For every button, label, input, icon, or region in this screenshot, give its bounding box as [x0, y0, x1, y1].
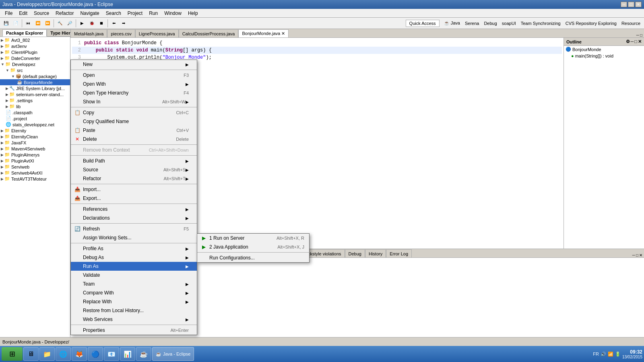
perspective-team[interactable]: Team Synchronizing [519, 19, 563, 28]
perspective-serena[interactable]: Serena [463, 19, 481, 28]
tab-error-log[interactable]: Error Log [386, 249, 412, 257]
menu-project[interactable]: Project [124, 9, 146, 17]
cm-copy-qualified[interactable]: Copy Qualified Name [71, 117, 197, 126]
tab-pieces[interactable]: pieces.csv [107, 29, 135, 37]
cm-show-in[interactable]: Show In Alt+Shift+W ▶ [71, 97, 197, 106]
tray-volume-icon[interactable]: 🔊 [601, 352, 606, 357]
toolbar-btn-4[interactable]: ⏪ [33, 19, 42, 28]
tree-item-avt3env[interactable]: ▶📁avt3env [0, 43, 70, 49]
tree-item-serviweb4[interactable]: ▶📁Serviweb4AvtXI [0, 170, 70, 176]
cm-import[interactable]: 📥 Import... [71, 185, 197, 194]
cm-compare-with[interactable]: Compare With ▶ [71, 288, 197, 297]
toolbar-btn-10[interactable]: ⏹ [97, 19, 106, 28]
menu-window[interactable]: Window [161, 9, 185, 17]
tree-item-src[interactable]: ▼📁src [0, 67, 70, 73]
outline-close-icon[interactable]: ✕ [638, 39, 642, 44]
cm-validate[interactable]: Validate [71, 271, 197, 280]
bottom-panel-maximize[interactable]: □ [636, 253, 638, 257]
editor-minimize-icon[interactable]: ─ [636, 33, 639, 37]
menu-source[interactable]: Source [31, 9, 52, 17]
tab-history[interactable]: History [365, 249, 386, 257]
cm-debug-as[interactable]: Debug As ▶ [71, 253, 197, 262]
editor-maximize-icon[interactable]: □ [640, 33, 642, 37]
toolbar-btn-3[interactable]: ⏮ [24, 19, 33, 28]
toolbar-btn-6[interactable]: 🔨 [56, 19, 64, 28]
cm-build-path[interactable]: Build Path ▶ [71, 156, 197, 165]
tab-bonjour[interactable]: BonjourMonde.java ✕ [238, 29, 289, 37]
tree-item-avt3[interactable]: ▶📁Avt3_802 [0, 37, 70, 43]
cm-new[interactable]: New ▶ [71, 60, 197, 69]
tab-metahash[interactable]: MetaHash.java [70, 29, 107, 37]
taskbar-eclipse[interactable]: ☕ [136, 347, 151, 361]
outline-settings-icon[interactable]: ⚙ [626, 39, 630, 44]
tree-item-classpath[interactable]: 📄.classpath [0, 109, 70, 115]
toolbar-btn-7[interactable]: 🔎 [65, 19, 74, 28]
menu-refactor[interactable]: Refactor [52, 9, 77, 17]
tab-ligne[interactable]: LigneProcess.java [135, 29, 179, 37]
close-button[interactable]: ✕ [635, 2, 642, 7]
cm-open-type[interactable]: Open Type Hierarchy F4 [71, 88, 197, 97]
tree-item-plugin-avt[interactable]: ▶📁PluginAvtXI [0, 158, 70, 164]
quick-access-button[interactable]: Quick Access [406, 20, 440, 27]
taskbar-firefox[interactable]: 🦊 [72, 347, 87, 361]
menu-help[interactable]: Help [185, 9, 201, 17]
maximize-button[interactable]: □ [628, 2, 634, 7]
perspective-resource[interactable]: Resource [619, 19, 642, 28]
cm-refresh[interactable]: 🔄 Refresh F5 [71, 224, 197, 233]
outline-maximize-icon[interactable]: □ [634, 39, 637, 44]
tree-item-default-pkg[interactable]: ▼📦(default package) [0, 73, 70, 79]
tree-item-bonjour[interactable]: ☕BonjourMonde [0, 79, 70, 85]
cm-source[interactable]: Source Alt+Shift+S ▶ [71, 165, 197, 174]
cm-restore-local[interactable]: Restore from Local History... [71, 306, 197, 315]
taskbar-folder[interactable]: 📁 [39, 347, 55, 361]
tree-item-maven4[interactable]: ▶📁Maven4Serviweb [0, 146, 70, 152]
toolbar-btn-1[interactable]: 💾 [2, 19, 10, 28]
tree-item-eternityclean[interactable]: ▶📁EternityClean [0, 134, 70, 140]
toolbar-btn-12[interactable]: ➡ [119, 19, 128, 28]
tree-item-developpez[interactable]: ▼📁Developpez [0, 61, 70, 67]
tree-item-javafx[interactable]: ▶📁JavaFX [0, 140, 70, 146]
perspective-soapui[interactable]: soapUI [500, 19, 518, 28]
cm-paste[interactable]: 📋 Paste Ctrl+V [71, 126, 197, 135]
tree-item-serviweb[interactable]: ▶📁Serviweb [0, 164, 70, 170]
minimize-button[interactable]: ─ [621, 2, 627, 7]
menu-navigate[interactable]: Navigate [77, 9, 102, 17]
tree-item-stats[interactable]: 🌐stats_developpez.net [0, 121, 70, 128]
taskbar-explorer[interactable]: 🖥 [23, 347, 39, 361]
tree-item-dateconv[interactable]: ▶📁DateConverter [0, 55, 70, 61]
tree-item-settings[interactable]: ▶📁.settings [0, 97, 70, 103]
cm-declarations[interactable]: Declarations ▶ [71, 214, 197, 222]
perspective-debug[interactable]: Debug [482, 19, 499, 28]
taskbar-ie[interactable]: 🌐 [56, 347, 71, 361]
cm-team[interactable]: Team ▶ [71, 280, 197, 288]
tree-item-project[interactable]: 📄.project [0, 115, 70, 121]
cm-run-as[interactable]: Run As ▶ [71, 262, 197, 271]
bottom-panel-close[interactable]: ✕ [639, 253, 642, 257]
cm-open[interactable]: Open F3 [71, 71, 197, 80]
cm-copy[interactable]: 📋 Copy Ctrl+C [71, 108, 197, 117]
toolbar-btn-8[interactable]: ▶ [78, 19, 87, 28]
tree-item-plugin-almerys[interactable]: ▶📁PluginAlmerys [0, 152, 70, 158]
tree-item-eternity[interactable]: ▶📁Eternity [0, 128, 70, 134]
menu-run[interactable]: Run [146, 9, 161, 17]
menu-file[interactable]: File [2, 9, 16, 17]
toolbar-btn-2[interactable]: 📄 [11, 19, 20, 28]
outline-item-class[interactable]: 🔵 BonjourMonde [564, 46, 644, 53]
tree-item-lib[interactable]: ▶📁lib [0, 103, 70, 109]
cm-references[interactable]: References ▶ [71, 205, 197, 214]
perspective-java[interactable]: ☕ Java [442, 19, 462, 28]
taskbar-outlook-logo[interactable]: 📧 [104, 347, 119, 361]
taskbar-app-eclipse[interactable]: ☕ Java - Eclipse [152, 347, 194, 361]
tray-network-icon[interactable]: 📶 [608, 352, 613, 357]
toolbar-btn-9[interactable]: 🐞 [87, 19, 96, 28]
perspective-cvs[interactable]: CVS Repository Exploring [564, 19, 619, 28]
taskbar-chrome[interactable]: 🔵 [88, 347, 103, 361]
tab-debug[interactable]: Debug [345, 249, 365, 257]
cm-properties[interactable]: Properties Alt+Enter [71, 326, 197, 335]
tree-item-jre[interactable]: ▶🔧JRE System Library [jd... [0, 85, 70, 91]
start-button[interactable]: ⊞ [2, 347, 23, 361]
cm-refactor[interactable]: Refactor Alt+Shift+T ▶ [71, 174, 197, 183]
toolbar-btn-5[interactable]: ⏩ [43, 19, 52, 28]
outline-minimize-icon[interactable]: ─ [631, 39, 634, 44]
menu-search[interactable]: Search [103, 9, 124, 17]
